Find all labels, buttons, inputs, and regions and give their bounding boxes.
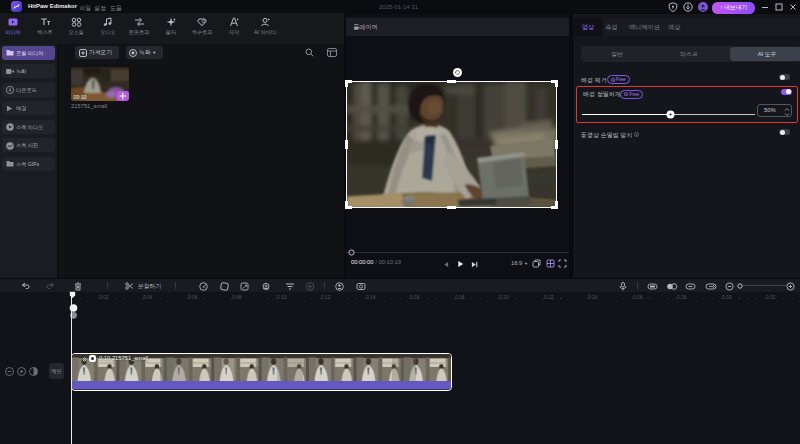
svg-text:00:10: 00:10 xyxy=(74,94,87,100)
